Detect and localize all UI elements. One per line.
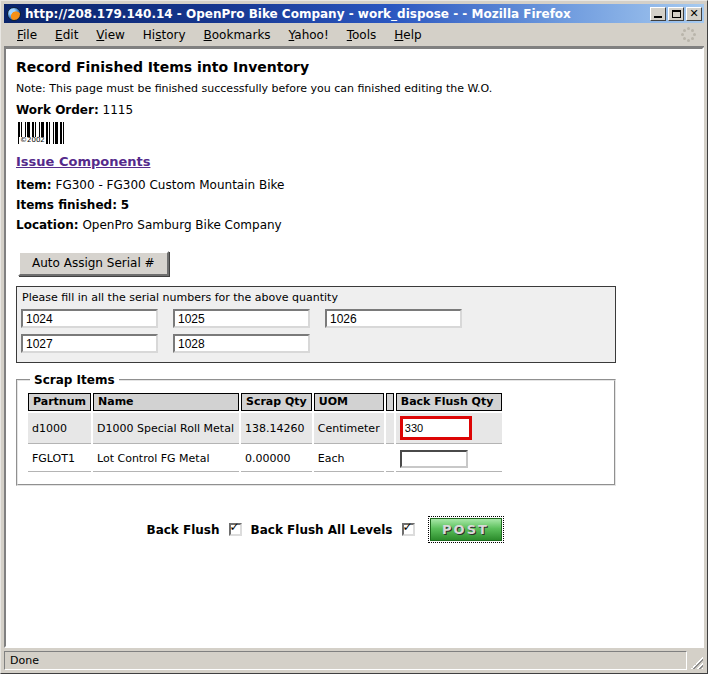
page-title: Record Finished Items into Inventory (16, 59, 692, 75)
minimize-button[interactable] (650, 7, 666, 21)
header-back-flush-qty: Back Flush Qty (396, 393, 502, 411)
scrap-items-legend: Scrap Items (30, 373, 119, 387)
items-finished-line: Items finished: 5 (16, 197, 692, 213)
auto-assign-serial-button[interactable]: Auto Assign Serial # (18, 251, 169, 276)
scrap-items-fieldset: Scrap Items Partnum Name Scrap Qty UOM B… (16, 373, 616, 486)
items-finished-label: Items finished: (16, 198, 117, 212)
menu-view[interactable]: View (87, 25, 133, 45)
back-flush-label: Back Flush (147, 523, 220, 537)
scrap-items-table: Partnum Name Scrap Qty UOM Back Flush Qt… (26, 391, 504, 474)
back-flush-qty-input-1[interactable] (400, 416, 472, 440)
page-note: Note: This page must be finished success… (16, 82, 692, 95)
location-line: Location: OpenPro Samburg Bike Company (16, 217, 692, 233)
table-header-row: Partnum Name Scrap Qty UOM Back Flush Qt… (28, 393, 502, 411)
window-title: http://208.179.140.14 - OpenPro Bike Com… (25, 7, 648, 21)
item-value: FG300 - FG300 Custom Mountain Bike (55, 178, 284, 192)
cell-scrap-qty: 0.00000 (241, 446, 312, 472)
cell-name: D1000 Special Roll Metal (93, 413, 239, 444)
table-row: FGLOT1 Lot Control FG Metal 0.00000 Each (28, 446, 502, 472)
location-value: OpenPro Samburg Bike Company (82, 218, 281, 232)
menu-edit[interactable]: Edit (46, 25, 87, 45)
cell-name: Lot Control FG Metal (93, 446, 239, 472)
cell-partnum: FGLOT1 (28, 446, 91, 472)
browser-window: http://208.179.140.14 - OpenPro Bike Com… (0, 0, 708, 674)
menu-bookmarks[interactable]: Bookmarks (195, 25, 280, 45)
serial-input-5[interactable] (173, 334, 310, 353)
menu-history[interactable]: History (134, 25, 195, 45)
barcode-image: ©2002 (18, 122, 64, 144)
work-order-value: 1115 (103, 103, 134, 117)
serial-input-2[interactable] (173, 309, 310, 328)
work-order-label: Work Order: (16, 103, 99, 117)
menu-yahoo[interactable]: Yahoo! (280, 25, 338, 45)
title-bar: http://208.179.140.14 - OpenPro Bike Com… (4, 4, 704, 23)
item-label: Item: (16, 178, 52, 192)
cell-uom: Centimeter (314, 413, 384, 444)
back-flush-all-levels-checkbox[interactable] (402, 523, 415, 536)
back-flush-qty-input-2[interactable] (400, 450, 468, 468)
footer-controls: Back Flush Back Flush All Levels POST (4, 518, 692, 541)
throbber-icon (681, 27, 696, 42)
cell-uom: Each (314, 446, 384, 472)
close-icon: ✕ (689, 8, 698, 19)
barcode-text: ©2002 (19, 137, 46, 144)
cell-spacer (386, 413, 394, 444)
post-button[interactable]: POST (430, 518, 502, 541)
issue-components-link[interactable]: Issue Components (16, 154, 150, 169)
status-text: Done (4, 651, 687, 670)
menu-bar: File Edit View History Bookmarks Yahoo! … (4, 23, 704, 47)
back-flush-checkbox[interactable] (229, 523, 242, 536)
serial-input-3[interactable] (325, 309, 462, 328)
page-content: Record Finished Items into Inventory Not… (4, 47, 704, 648)
header-uom: UOM (314, 393, 384, 411)
maximize-button[interactable] (668, 7, 684, 21)
location-label: Location: (16, 218, 79, 232)
maximize-icon (672, 10, 681, 18)
firefox-icon (7, 7, 21, 21)
header-spacer (386, 393, 394, 411)
back-flush-all-levels-label: Back Flush All Levels (251, 523, 393, 537)
menu-file[interactable]: File (8, 25, 46, 45)
header-scrap-qty: Scrap Qty (241, 393, 312, 411)
serial-numbers-box: Please fill in all the serial numbers fo… (16, 286, 616, 363)
serial-input-1[interactable] (21, 309, 158, 328)
serial-input-4[interactable] (21, 334, 158, 353)
minimize-icon (654, 16, 662, 18)
menu-help[interactable]: Help (385, 25, 430, 45)
items-finished-value: 5 (121, 198, 129, 212)
header-name: Name (93, 393, 239, 411)
close-button[interactable]: ✕ (686, 7, 702, 21)
cell-spacer (386, 446, 394, 472)
table-row: d1000 D1000 Special Roll Metal 138.14260… (28, 413, 502, 444)
cell-back-flush-qty (396, 446, 502, 472)
serial-instruction: Please fill in all the serial numbers fo… (22, 291, 611, 304)
resize-grip-icon[interactable] (689, 651, 704, 670)
cell-scrap-qty: 138.14260 (241, 413, 312, 444)
cell-back-flush-qty (396, 413, 502, 444)
status-bar: Done (4, 648, 704, 670)
header-partnum: Partnum (28, 393, 91, 411)
cell-partnum: d1000 (28, 413, 91, 444)
item-line: Item: FG300 - FG300 Custom Mountain Bike (16, 177, 692, 193)
menu-tools[interactable]: Tools (338, 25, 386, 45)
work-order-line: Work Order: 1115 (16, 102, 692, 118)
serial-inputs (21, 309, 611, 353)
